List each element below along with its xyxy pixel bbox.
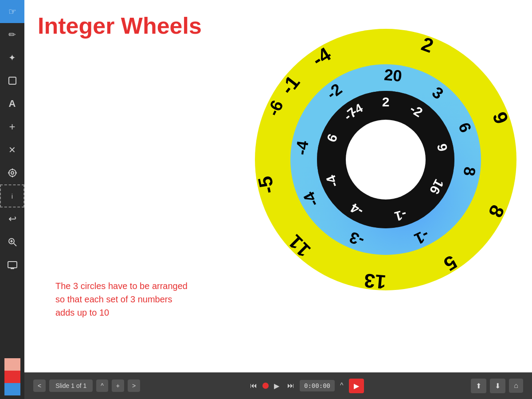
pen-tool-button[interactable]: ✏ <box>0 23 24 46</box>
svg-text:20: 20 <box>383 66 403 85</box>
svg-point-2 <box>11 172 14 174</box>
zoom-tool-button[interactable] <box>0 231 24 254</box>
svg-rect-11 <box>8 262 17 268</box>
eraser-tool-button[interactable]: ✦ <box>0 46 24 69</box>
timer-expand-button[interactable]: ^ <box>337 380 346 391</box>
info-tool-button[interactable]: i <box>0 184 24 207</box>
share-button[interactable]: ⬆ <box>471 379 486 393</box>
prev-slide-button[interactable]: < <box>33 379 46 392</box>
playback-controls: ⏮ ▶ ⏭ 0:00:00 ^ ▶ <box>247 379 364 393</box>
slide-expand-button[interactable]: ^ <box>96 379 108 392</box>
target-tool-button[interactable] <box>0 161 24 184</box>
svg-text:-4: -4 <box>292 140 312 156</box>
add-tool-button[interactable]: + <box>0 115 24 138</box>
present-icon: ▶ <box>354 382 359 390</box>
svg-point-1 <box>9 169 16 176</box>
present-button[interactable]: ▶ <box>349 379 364 393</box>
shape-tool-button[interactable] <box>0 69 24 92</box>
prev-icon: < <box>38 382 41 389</box>
slide-info: Slide 1 of 1 <box>49 379 93 392</box>
svg-line-8 <box>14 243 16 246</box>
slide-description: The 3 circles have to be arranged so tha… <box>55 279 188 319</box>
swatch-red[interactable] <box>4 371 20 383</box>
svg-text:13: 13 <box>363 270 387 293</box>
toolbar: ☞ ✏ ✦ A + ✕ i ↩ <box>0 0 24 399</box>
add-slide-button[interactable]: + <box>112 379 124 392</box>
bottom-bar: < Slide 1 of 1 ^ + > ⏮ ▶ ⏭ 0:00:00 ^ ▶ ⬆… <box>24 372 532 399</box>
text-tool-button[interactable]: A <box>0 92 24 115</box>
fast-forward-button[interactable]: ⏭ <box>285 380 297 391</box>
record-button[interactable] <box>262 383 269 389</box>
svg-text:2: 2 <box>382 94 390 109</box>
action-buttons-group: ⬆ ⬇ ⌂ <box>471 379 523 393</box>
slide-title: Integer Wheels <box>38 12 202 39</box>
undo-tool-button[interactable]: ↩ <box>0 207 24 231</box>
main-content: Integer Wheels The 3 circles have to be … <box>24 0 532 399</box>
rewind-button[interactable]: ⏮ <box>247 380 260 391</box>
play-button[interactable]: ▶ <box>271 380 282 392</box>
close-tool-button[interactable]: ✕ <box>0 138 24 161</box>
swatch-light-red[interactable] <box>4 358 20 371</box>
integer-wheels-diagram: -1 2 9 8 5 13 11 -5 -6 -4 <box>253 9 519 319</box>
slide-nav-group: < Slide 1 of 1 ^ + > <box>33 379 140 392</box>
color-swatches <box>4 358 20 395</box>
wheel-container: -1 2 9 8 5 13 11 -5 -6 -4 <box>253 9 519 319</box>
swatch-blue[interactable] <box>4 383 20 395</box>
timer-display: 0:00:00 <box>300 380 335 391</box>
svg-rect-0 <box>9 77 16 84</box>
screen-tool-button[interactable] <box>0 254 24 277</box>
hand-tool-button[interactable]: ☞ <box>0 0 24 23</box>
svg-point-20 <box>346 120 426 200</box>
download-button[interactable]: ⬇ <box>490 379 505 393</box>
slide-area: Integer Wheels The 3 circles have to be … <box>24 0 532 372</box>
home-button[interactable]: ⌂ <box>509 379 523 393</box>
next-slide-button[interactable]: > <box>128 379 140 392</box>
